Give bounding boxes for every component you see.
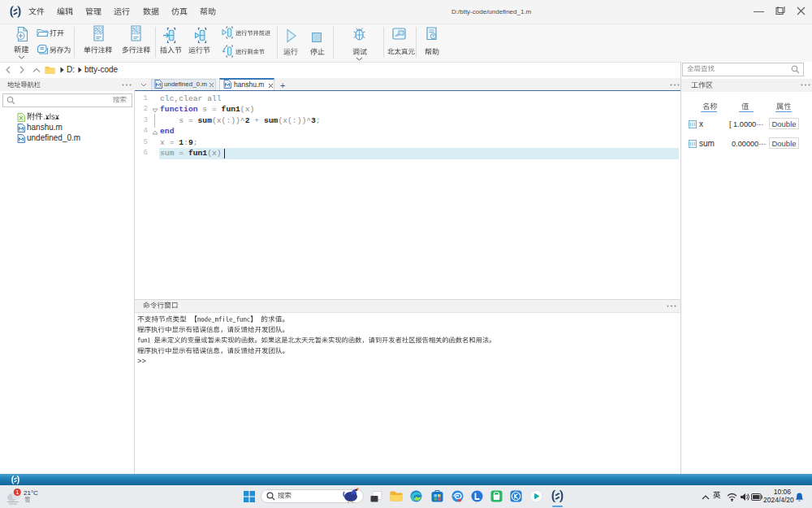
svg-text:1: 1 (15, 488, 19, 496)
